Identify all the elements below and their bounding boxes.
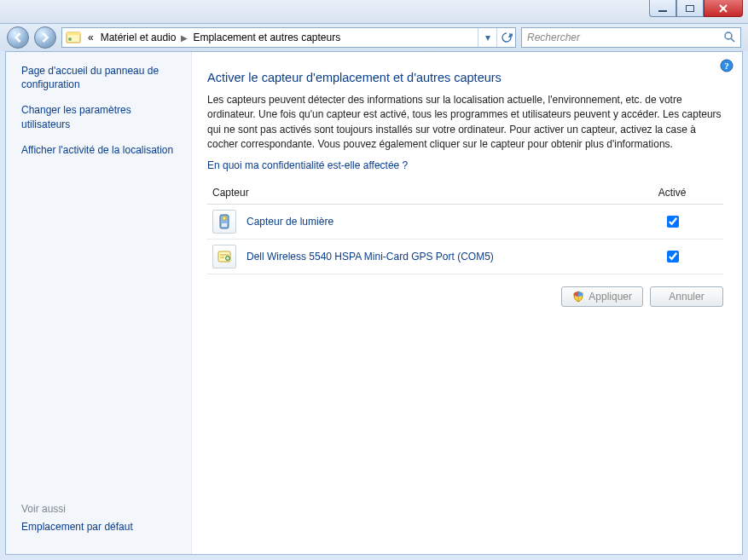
control-panel-icon [64, 28, 83, 47]
apply-button-label: Appliquer [589, 291, 632, 303]
refresh-button[interactable] [496, 28, 515, 47]
sidebar-link-change-user-settings[interactable]: Changer les paramètres utilisateurs [21, 103, 181, 130]
sensor-link-light[interactable]: Capteur de lumière [246, 216, 333, 228]
svg-text:?: ? [724, 61, 729, 71]
apply-button[interactable]: Appliquer [561, 286, 643, 307]
navigation-bar: « Matériel et audio ▶ Emplacement et aut… [0, 24, 748, 51]
cancel-button-label: Annuler [669, 291, 704, 303]
see-also-heading: Voir aussi [21, 503, 181, 515]
sensor-checkbox-light[interactable] [667, 216, 679, 228]
nav-back-button[interactable] [7, 26, 29, 49]
column-header-sensor[interactable]: Capteur [207, 183, 621, 205]
gps-icon [212, 245, 236, 268]
table-row: Dell Wireless 5540 HSPA Mini-Card GPS Po… [207, 239, 723, 274]
svg-point-10 [223, 216, 226, 219]
table-row: Capteur de lumière [207, 204, 723, 239]
sensor-checkbox-gps[interactable] [667, 251, 679, 263]
content-frame: Page d'accueil du panneau de configurati… [5, 51, 743, 555]
page-description: Les capteurs peuvent détecter des inform… [207, 93, 723, 153]
help-icon[interactable]: ? [720, 59, 734, 72]
svg-rect-11 [222, 223, 227, 227]
window-minimize-button[interactable] [649, 0, 676, 17]
sidebar-link-control-panel-home[interactable]: Page d'accueil du panneau de configurati… [21, 64, 181, 91]
search-input[interactable]: Rechercher [521, 27, 741, 48]
sensor-table: Capteur Activé Capteur de lumière [207, 183, 723, 274]
sensor-link-gps[interactable]: Dell Wireless 5540 HSPA Mini-Card GPS Po… [246, 251, 494, 263]
shield-icon [572, 291, 584, 303]
page-title: Activer le capteur d'emplacement et d'au… [207, 71, 723, 84]
svg-point-5 [725, 32, 732, 39]
privacy-link[interactable]: En quoi ma confidentialité est-elle affe… [207, 159, 408, 171]
window-close-button[interactable] [704, 0, 743, 17]
search-placeholder: Rechercher [527, 32, 580, 43]
window-titlebar [0, 0, 748, 24]
sidebar: Page d'accueil du panneau de configurati… [6, 52, 192, 554]
breadcrumb-location-sensors[interactable]: Emplacement et autres capteurs [189, 32, 344, 43]
svg-point-4 [68, 38, 72, 41]
svg-rect-3 [67, 32, 80, 35]
address-bar[interactable]: « Matériel et audio ▶ Emplacement et aut… [61, 27, 516, 48]
breadcrumb-separator-icon: ▶ [179, 33, 189, 43]
svg-line-6 [731, 38, 734, 42]
window-maximize-button[interactable] [676, 0, 704, 17]
breadcrumb-hardware-audio[interactable]: Matériel et audio [97, 32, 180, 43]
main-pane: ? Activer le capteur d'emplacement et d'… [192, 52, 742, 554]
see-also-default-location[interactable]: Emplacement par défaut [21, 520, 181, 534]
sidebar-link-view-location-activity[interactable]: Afficher l'activité de la localisation [21, 143, 181, 157]
cancel-button[interactable]: Annuler [650, 286, 723, 307]
address-dropdown-button[interactable]: ▾ [478, 28, 496, 47]
nav-forward-button[interactable] [34, 26, 56, 49]
search-icon[interactable] [723, 31, 735, 45]
breadcrumb-prefix[interactable]: « [84, 32, 97, 43]
light-sensor-icon [212, 210, 236, 234]
column-header-active[interactable]: Activé [621, 183, 723, 205]
